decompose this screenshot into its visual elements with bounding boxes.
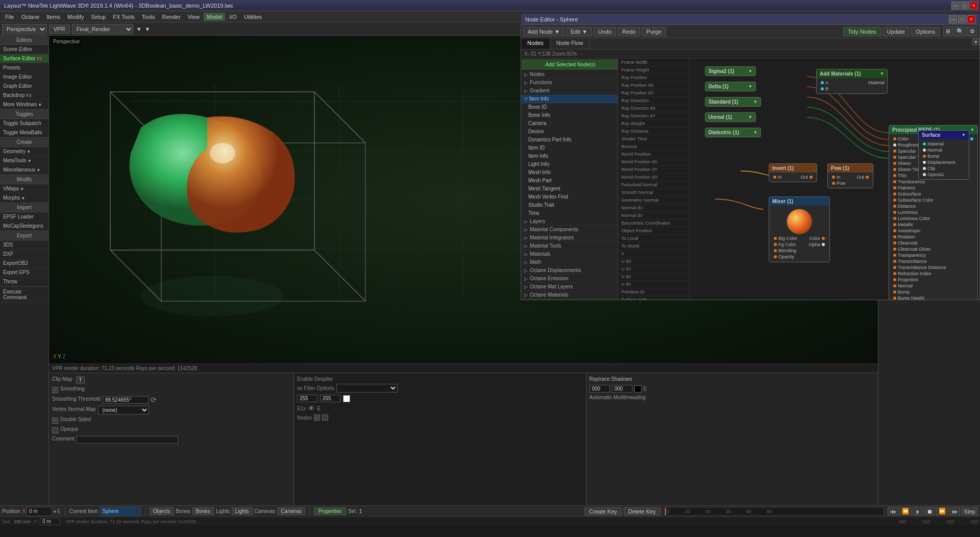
item-mesh-part[interactable]: Mesh Part	[521, 177, 618, 185]
node-delta[interactable]: Delta (1) ▼	[705, 82, 756, 91]
tab-node-flow[interactable]: Node Flow	[550, 38, 590, 49]
y-position-input[interactable]	[40, 518, 60, 525]
raytrace-color-swatch[interactable]	[634, 385, 642, 393]
menu-setup[interactable]: Setup	[88, 13, 109, 21]
clip-map-key[interactable]: T	[76, 376, 84, 384]
edit-btn[interactable]: Edit	[566, 27, 592, 36]
node-sigma2[interactable]: Sigma2 (1) ▼	[705, 66, 756, 76]
item-mesh-tangent[interactable]: Mesh Tangent	[521, 185, 618, 193]
ne-expand-btn[interactable]: ▼	[972, 38, 979, 45]
play-btn[interactable]: ⏵	[913, 507, 923, 516]
bones-btn[interactable]: Bones	[192, 507, 214, 515]
nodes-checkbox[interactable]	[314, 414, 320, 421]
category-materials[interactable]: ▷Materials	[521, 250, 618, 258]
ne-icon-btn-3[interactable]: ⚙	[967, 27, 977, 36]
filter-options-select[interactable]	[336, 384, 398, 393]
category-gradient[interactable]: ▷Gradient	[521, 87, 618, 95]
category-material-components[interactable]: ▷Material Components	[521, 226, 618, 234]
node-unreal[interactable]: Unreal (1) ▼	[705, 112, 756, 122]
3ds-btn[interactable]: 3DS	[0, 240, 48, 250]
category-octane-mat-layers[interactable]: ▷Octane Mat Layers	[521, 283, 618, 291]
menu-fxtools[interactable]: FX Tools	[110, 13, 138, 21]
view-mode-select[interactable]: Perspective	[2, 24, 47, 34]
render-mode-select[interactable]: Final_Render	[72, 24, 133, 34]
execute-command-btn[interactable]: Execute Command	[0, 287, 48, 303]
menu-octane[interactable]: Octane	[18, 13, 42, 21]
metatools-btn[interactable]: MetaTools	[0, 156, 48, 165]
node-pow[interactable]: Pow (1) In Out Pow	[827, 163, 873, 188]
comment-input[interactable]	[76, 436, 178, 444]
minimize-button[interactable]: —	[951, 2, 960, 10]
add-selected-nodes-btn[interactable]: Add Selected Node(s)	[522, 60, 618, 69]
purge-btn[interactable]: Purge	[642, 27, 666, 36]
category-item-info-expanded[interactable]: ▽ Item Info	[521, 95, 618, 103]
item-camera[interactable]: Camera	[521, 119, 618, 128]
category-layers[interactable]: ▷Layers	[521, 217, 618, 226]
rgb-input-1[interactable]	[297, 395, 317, 402]
node-mixer[interactable]: Mixer (1) Big Color Color Fg Color	[769, 197, 830, 262]
properties-btn[interactable]: Properties	[314, 507, 347, 515]
category-octane-displacements[interactable]: ▷Octane Displacements	[521, 266, 618, 275]
category-octane-medium[interactable]: ▷Octane Medium	[521, 299, 618, 300]
redo-btn[interactable]: Redo	[618, 27, 640, 36]
ne-icon-btn-2[interactable]: 🔍	[954, 27, 966, 36]
smoothing-threshold-knob[interactable]: ⟳	[151, 396, 157, 404]
category-material-integrators[interactable]: ▷Material Integrators	[521, 234, 618, 242]
double-sided-checkbox[interactable]	[52, 418, 58, 424]
scene-editor-btn[interactable]: Scene Editor	[0, 45, 48, 54]
add-node-btn[interactable]: Add Node	[523, 27, 565, 36]
item-item-info[interactable]: Item Info	[521, 152, 618, 160]
color-swatch[interactable]	[343, 395, 350, 402]
category-nodes[interactable]: ▷Nodes	[521, 70, 618, 79]
stop-btn[interactable]: ⏹	[924, 507, 935, 516]
mocap-btn[interactable]: MoCapSkelegons	[0, 222, 48, 231]
toggle-subpatch-btn[interactable]: Toggle Subpatch	[0, 119, 48, 128]
current-item-input[interactable]	[100, 507, 141, 516]
surface-editor-btn[interactable]: Surface Editor F5	[0, 54, 48, 63]
category-octane-materials[interactable]: ▷Octane Materials	[521, 291, 618, 299]
eye-icon[interactable]: 👁	[308, 404, 315, 412]
item-studio-trait[interactable]: Studio Trait	[521, 201, 618, 209]
close-button[interactable]: ✕	[970, 2, 978, 10]
ne-minimize-btn[interactable]: —	[949, 15, 957, 23]
item-device[interactable]: Device	[521, 128, 618, 136]
undo-btn[interactable]: Undo	[594, 27, 616, 36]
smoothing-checkbox[interactable]	[52, 387, 58, 393]
objects-btn[interactable]: Objects	[150, 507, 174, 515]
transport-controls[interactable]: ⏮ ⏪ ⏵ ⏹ ⏩ ⏭ Step	[888, 507, 978, 516]
ne-icon-btn-1[interactable]: ⊞	[943, 27, 953, 36]
rewind-btn[interactable]: ⏪	[899, 507, 912, 516]
tab-nodes[interactable]: Nodes	[521, 38, 550, 49]
maximize-button[interactable]: □	[961, 2, 969, 10]
item-bone-id[interactable]: Bone ID	[521, 103, 618, 111]
node-standard[interactable]: Standard (1) ▼	[705, 97, 761, 107]
item-time[interactable]: Time	[521, 209, 618, 217]
menu-tools[interactable]: Tools	[139, 13, 158, 21]
tidy-nodes-btn[interactable]: Tidy Nodes	[843, 27, 880, 36]
cameras-btn[interactable]: Cameras	[277, 507, 305, 515]
geometry-btn[interactable]: Geometry	[0, 147, 48, 156]
menu-view[interactable]: View	[185, 13, 203, 21]
category-octane-emission[interactable]: ▷Octane Emission	[521, 275, 618, 283]
update-btn[interactable]: Update	[883, 27, 910, 36]
menu-utilities[interactable]: Utilities	[241, 13, 265, 21]
nodes-lock-checkbox[interactable]	[322, 414, 328, 421]
menu-render[interactable]: Render	[159, 13, 184, 21]
opaque-checkbox[interactable]	[52, 427, 58, 433]
item-light-info[interactable]: Light Info	[521, 160, 618, 168]
x-position-input[interactable]	[27, 507, 52, 516]
presets-btn[interactable]: Presets	[0, 63, 48, 72]
smoothing-threshold-input[interactable]	[103, 396, 149, 404]
vertex-normal-map-select[interactable]: (none)	[98, 406, 149, 414]
backdrop-btn[interactable]: Backdrop F3	[0, 91, 48, 100]
ne-close-btn[interactable]: ✕	[967, 15, 975, 23]
item-bone-info[interactable]: Bone Info	[521, 111, 618, 119]
create-key-btn[interactable]: Create Key	[584, 507, 622, 516]
lights-btn[interactable]: Lights	[232, 507, 253, 515]
menu-file[interactable]: File	[2, 13, 17, 21]
morphs-btn[interactable]: Morphs	[0, 193, 48, 203]
ne-window-controls[interactable]: — □ ✕	[949, 15, 975, 23]
window-controls[interactable]: — □ ✕	[951, 2, 978, 10]
vpr-button[interactable]: VPR	[49, 25, 70, 34]
raytrace-val-1[interactable]	[590, 385, 610, 393]
